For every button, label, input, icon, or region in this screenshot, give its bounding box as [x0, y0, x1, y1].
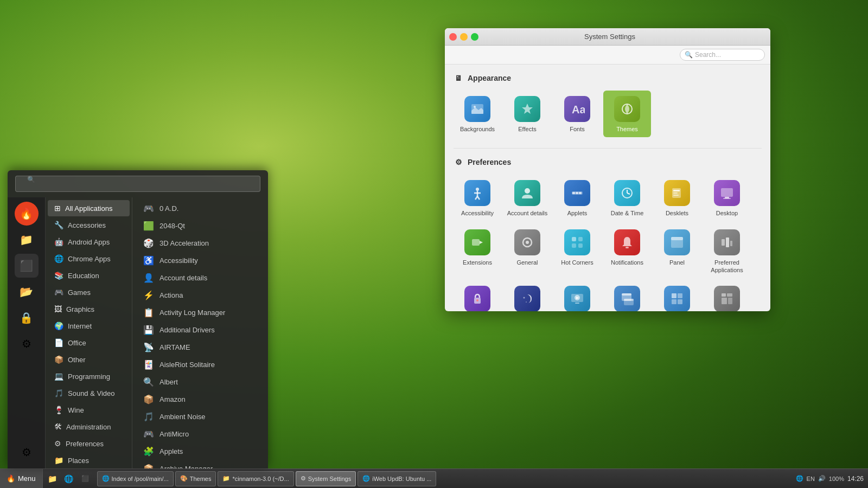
settings-item-startup-apps[interactable]: Startup Applications	[553, 280, 601, 311]
category-places[interactable]: 📁 Places	[48, 452, 130, 468]
app-item-account-details[interactable]: 👤 Account details	[136, 269, 265, 286]
taskbar-files-icon[interactable]: 📁	[45, 471, 60, 486]
settings-item-fonts[interactable]: Aa Fonts	[553, 91, 601, 137]
app-item-additional-drivers[interactable]: 💾 Additional Drivers	[136, 322, 265, 338]
tray-clock: 14:26	[847, 475, 864, 483]
category-administration[interactable]: 🛠 Administration	[48, 419, 130, 435]
category-education[interactable]: 📚 Education	[48, 267, 130, 284]
settings-item-effects[interactable]: Effects	[503, 91, 551, 137]
app-item-albert[interactable]: 🔍 Albert	[136, 374, 265, 390]
settings-item-workspaces[interactable]: Workspaces	[703, 280, 751, 311]
settings-item-general[interactable]: General	[503, 224, 551, 279]
all-apps-icon: ⊞	[54, 204, 61, 213]
svg-rect-27	[572, 237, 576, 241]
taskbar-menu-button[interactable]: 🔥 Menu	[0, 469, 43, 489]
category-internet[interactable]: 🌍 Internet	[48, 318, 130, 334]
app-item-airtame[interactable]: 📡 AIRTAME	[136, 339, 265, 356]
menu-search-input[interactable]	[15, 176, 260, 192]
category-office[interactable]: 📄 Office	[48, 335, 130, 351]
settings-item-applets[interactable]: Applets	[553, 175, 601, 221]
svg-point-38	[476, 299, 478, 301]
settings-item-desklets[interactable]: Desklets	[653, 175, 701, 221]
app-icon-3d-acceleration: 🎲	[143, 238, 154, 248]
sidebar-folder-icon[interactable]: 📂	[15, 280, 39, 304]
svg-rect-23	[723, 198, 731, 199]
app-item-antimicro[interactable]: 🎮 AntiMicro	[136, 426, 265, 442]
tray-keyboard-indicator[interactable]: EN	[807, 476, 815, 482]
app-icon-albert: 🔍	[143, 377, 154, 387]
taskbar-browser-icon[interactable]: 🌐	[61, 471, 76, 486]
settings-section-preferences: ⚙ Preferences Accessibility Account deta…	[454, 157, 762, 311]
tray-network-icon[interactable]: 🌐	[796, 475, 803, 482]
settings-item-windows[interactable]: Windows	[603, 280, 651, 311]
category-all-applications[interactable]: ⊞ All Applications	[48, 200, 130, 216]
app-item-2048qt[interactable]: 🟩 2048-Qt	[136, 217, 265, 234]
taskbar-window-iweb[interactable]: 🌐 iWeb UpdB: Ubuntu ...	[358, 471, 436, 486]
category-programming[interactable]: 💻 Programming	[48, 368, 130, 384]
app-item-aisleriot[interactable]: 🃏 AisleRiot Solitaire	[136, 356, 265, 373]
pref-workspaces-icon	[714, 286, 740, 311]
settings-item-date-time[interactable]: Date & Time	[603, 175, 651, 221]
taskbar-window-index[interactable]: 🌐 Index of /pool/main/...	[97, 471, 174, 486]
svg-rect-30	[578, 243, 583, 248]
settings-item-window-tiling[interactable]: Window Tiling	[653, 280, 701, 311]
taskbar-window-settings[interactable]: ⚙ System Settings	[296, 471, 356, 486]
pref-startup-icon	[564, 286, 590, 311]
app-item-archive-manager[interactable]: 📦 Archive Manager	[136, 460, 265, 468]
settings-search-input[interactable]	[695, 51, 760, 59]
app-icon-antimicro: 🎮	[143, 429, 154, 439]
settings-item-hot-corners[interactable]: Hot Corners	[553, 224, 601, 279]
app-item-amazon[interactable]: 📦 Amazon	[136, 391, 265, 408]
settings-item-themes[interactable]: Themes	[603, 91, 651, 137]
category-android-apps[interactable]: 🤖 Android Apps	[48, 234, 130, 250]
window-title: System Settings	[482, 33, 738, 41]
window-maximize-button[interactable]	[471, 33, 478, 41]
taskbar: 🔥 Menu 📁 🌐 ⬛ 🌐 Index of /pool/main/... 🎨…	[0, 468, 868, 488]
taskbar-window-cinnamon[interactable]: 📁 *cinnamon-3.0 (~/D...	[218, 471, 293, 486]
settings-item-backgrounds[interactable]: Backgrounds	[454, 91, 501, 137]
category-games[interactable]: 🎮 Games	[48, 284, 130, 300]
settings-item-privacy[interactable]: Privacy	[454, 280, 501, 311]
tray-sound-icon[interactable]: 🔊	[818, 475, 826, 482]
app-icon-2048qt: 🟩	[143, 221, 154, 231]
window-icon-index: 🌐	[102, 475, 110, 482]
settings-item-accessibility[interactable]: Accessibility	[454, 175, 501, 221]
sidebar-cinnamon-icon[interactable]: 🔥	[15, 202, 39, 226]
category-preferences[interactable]: ⚙ Preferences	[48, 435, 130, 452]
app-menu-apps-list: 🎮 0 A.D. 🟩 2048-Qt 🎲 3D Acceleration ♿ A…	[132, 197, 268, 468]
category-other[interactable]: 📦 Other	[48, 351, 130, 368]
category-accessories[interactable]: 🔧 Accessories	[48, 217, 130, 233]
backgrounds-icon	[464, 96, 490, 122]
app-menu: 🔍 🔥 📁 ⬛ 📂 🔒 ⚙ ⚙ ⊞ All Applications 🔧 Acc…	[8, 170, 268, 468]
settings-item-desktop[interactable]: Desktop	[703, 175, 751, 221]
window-close-button[interactable]	[449, 33, 457, 41]
app-item-accessibility[interactable]: ♿ Accessibility	[136, 252, 265, 269]
app-item-applets[interactable]: 🧩 Applets	[136, 443, 265, 460]
sidebar-lock-icon[interactable]: 🔒	[15, 306, 39, 330]
app-icon-ambient-noise: 🎵	[143, 412, 154, 422]
taskbar-terminal-icon[interactable]: ⬛	[78, 471, 93, 486]
category-wine[interactable]: 🍷 Wine	[48, 402, 130, 418]
app-item-actiona[interactable]: ⚡ Actiona	[136, 287, 265, 304]
sidebar-files-icon[interactable]: 📁	[15, 228, 39, 252]
svg-point-40	[526, 301, 527, 303]
window-minimize-button[interactable]	[460, 33, 468, 41]
category-chrome-apps[interactable]: 🌐 Chrome Apps	[48, 251, 130, 267]
settings-item-preferred-apps[interactable]: Preferred Applications	[703, 224, 751, 279]
settings-item-extensions[interactable]: Extensions	[454, 224, 501, 279]
app-item-ambient-noise[interactable]: 🎵 Ambient Noise	[136, 408, 265, 425]
settings-item-screensaver[interactable]: Screensaver	[503, 280, 551, 311]
app-item-3d-acceleration[interactable]: 🎲 3D Acceleration	[136, 235, 265, 252]
settings-item-notifications[interactable]: Notifications	[603, 224, 651, 279]
sidebar-settings-icon[interactable]: ⚙	[15, 332, 39, 356]
settings-item-account-details[interactable]: Account details	[503, 175, 551, 221]
svg-rect-19	[673, 192, 678, 194]
app-item-0ad[interactable]: 🎮 0 A.D.	[136, 200, 265, 217]
app-item-activity-log-manager[interactable]: 📋 Activity Log Manager	[136, 304, 265, 321]
taskbar-window-themes[interactable]: 🎨 Themes	[175, 471, 216, 486]
sidebar-terminal-icon[interactable]: ⬛	[15, 254, 39, 278]
sidebar-settings2-icon[interactable]: ⚙	[15, 440, 39, 464]
category-sound-video[interactable]: 🎵 Sound & Video	[48, 385, 130, 401]
category-graphics[interactable]: 🖼 Graphics	[48, 301, 130, 317]
settings-item-panel[interactable]: Panel	[653, 224, 701, 279]
